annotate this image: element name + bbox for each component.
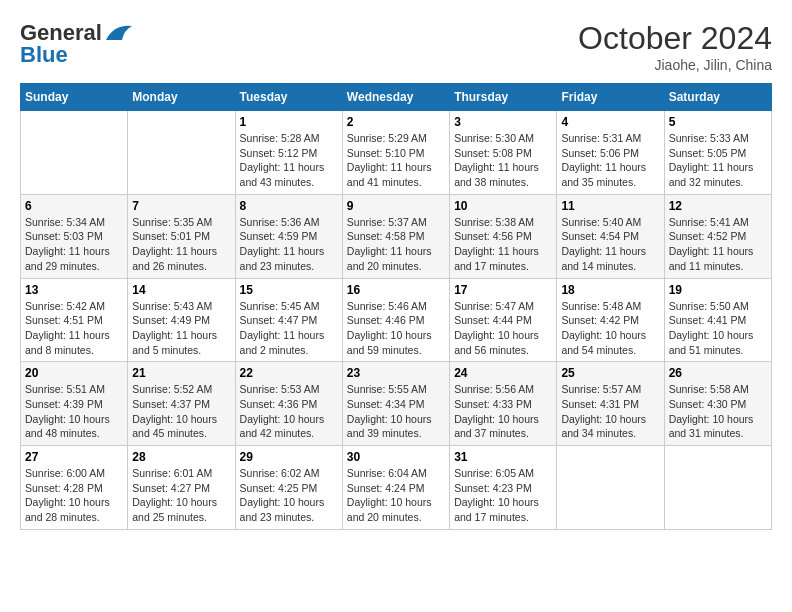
calendar-cell: 9Sunrise: 5:37 AM Sunset: 4:58 PM Daylig…: [342, 194, 449, 278]
calendar-cell: 25Sunrise: 5:57 AM Sunset: 4:31 PM Dayli…: [557, 362, 664, 446]
day-number: 23: [347, 366, 445, 380]
calendar-cell: 20Sunrise: 5:51 AM Sunset: 4:39 PM Dayli…: [21, 362, 128, 446]
day-number: 21: [132, 366, 230, 380]
calendar-cell: 23Sunrise: 5:55 AM Sunset: 4:34 PM Dayli…: [342, 362, 449, 446]
calendar-cell: 22Sunrise: 5:53 AM Sunset: 4:36 PM Dayli…: [235, 362, 342, 446]
calendar-cell: 14Sunrise: 5:43 AM Sunset: 4:49 PM Dayli…: [128, 278, 235, 362]
calendar-week-2: 6Sunrise: 5:34 AM Sunset: 5:03 PM Daylig…: [21, 194, 772, 278]
day-number: 27: [25, 450, 123, 464]
day-info: Sunrise: 5:50 AM Sunset: 4:41 PM Dayligh…: [669, 299, 767, 358]
calendar-week-1: 1Sunrise: 5:28 AM Sunset: 5:12 PM Daylig…: [21, 111, 772, 195]
day-number: 16: [347, 283, 445, 297]
day-info: Sunrise: 5:37 AM Sunset: 4:58 PM Dayligh…: [347, 215, 445, 274]
calendar-cell: 18Sunrise: 5:48 AM Sunset: 4:42 PM Dayli…: [557, 278, 664, 362]
day-number: 28: [132, 450, 230, 464]
day-number: 17: [454, 283, 552, 297]
day-number: 9: [347, 199, 445, 213]
day-number: 8: [240, 199, 338, 213]
calendar-cell: 11Sunrise: 5:40 AM Sunset: 4:54 PM Dayli…: [557, 194, 664, 278]
day-number: 22: [240, 366, 338, 380]
day-number: 10: [454, 199, 552, 213]
day-number: 29: [240, 450, 338, 464]
day-number: 26: [669, 366, 767, 380]
day-info: Sunrise: 5:41 AM Sunset: 4:52 PM Dayligh…: [669, 215, 767, 274]
calendar-cell: 29Sunrise: 6:02 AM Sunset: 4:25 PM Dayli…: [235, 446, 342, 530]
calendar-cell: [128, 111, 235, 195]
day-number: 14: [132, 283, 230, 297]
day-number: 1: [240, 115, 338, 129]
weekday-header-row: SundayMondayTuesdayWednesdayThursdayFrid…: [21, 84, 772, 111]
calendar-cell: 28Sunrise: 6:01 AM Sunset: 4:27 PM Dayli…: [128, 446, 235, 530]
calendar-cell: 19Sunrise: 5:50 AM Sunset: 4:41 PM Dayli…: [664, 278, 771, 362]
day-info: Sunrise: 5:42 AM Sunset: 4:51 PM Dayligh…: [25, 299, 123, 358]
calendar-cell: 7Sunrise: 5:35 AM Sunset: 5:01 PM Daylig…: [128, 194, 235, 278]
day-info: Sunrise: 5:53 AM Sunset: 4:36 PM Dayligh…: [240, 382, 338, 441]
day-info: Sunrise: 6:01 AM Sunset: 4:27 PM Dayligh…: [132, 466, 230, 525]
day-info: Sunrise: 5:28 AM Sunset: 5:12 PM Dayligh…: [240, 131, 338, 190]
day-info: Sunrise: 5:51 AM Sunset: 4:39 PM Dayligh…: [25, 382, 123, 441]
calendar-cell: 24Sunrise: 5:56 AM Sunset: 4:33 PM Dayli…: [450, 362, 557, 446]
calendar-cell: 30Sunrise: 6:04 AM Sunset: 4:24 PM Dayli…: [342, 446, 449, 530]
day-info: Sunrise: 5:48 AM Sunset: 4:42 PM Dayligh…: [561, 299, 659, 358]
calendar-cell: 13Sunrise: 5:42 AM Sunset: 4:51 PM Dayli…: [21, 278, 128, 362]
day-number: 25: [561, 366, 659, 380]
calendar-cell: [557, 446, 664, 530]
weekday-header-tuesday: Tuesday: [235, 84, 342, 111]
calendar-cell: 31Sunrise: 6:05 AM Sunset: 4:23 PM Dayli…: [450, 446, 557, 530]
day-number: 24: [454, 366, 552, 380]
day-info: Sunrise: 5:43 AM Sunset: 4:49 PM Dayligh…: [132, 299, 230, 358]
weekday-header-wednesday: Wednesday: [342, 84, 449, 111]
weekday-header-thursday: Thursday: [450, 84, 557, 111]
calendar-cell: 16Sunrise: 5:46 AM Sunset: 4:46 PM Dayli…: [342, 278, 449, 362]
day-number: 4: [561, 115, 659, 129]
day-info: Sunrise: 5:33 AM Sunset: 5:05 PM Dayligh…: [669, 131, 767, 190]
calendar-cell: 21Sunrise: 5:52 AM Sunset: 4:37 PM Dayli…: [128, 362, 235, 446]
weekday-header-sunday: Sunday: [21, 84, 128, 111]
day-info: Sunrise: 6:02 AM Sunset: 4:25 PM Dayligh…: [240, 466, 338, 525]
weekday-header-saturday: Saturday: [664, 84, 771, 111]
day-info: Sunrise: 5:36 AM Sunset: 4:59 PM Dayligh…: [240, 215, 338, 274]
day-info: Sunrise: 5:45 AM Sunset: 4:47 PM Dayligh…: [240, 299, 338, 358]
logo-wing-icon: [104, 22, 136, 44]
page-header: General Blue October 2024 Jiaohe, Jilin,…: [20, 20, 772, 73]
day-number: 2: [347, 115, 445, 129]
day-info: Sunrise: 5:35 AM Sunset: 5:01 PM Dayligh…: [132, 215, 230, 274]
day-info: Sunrise: 5:52 AM Sunset: 4:37 PM Dayligh…: [132, 382, 230, 441]
day-number: 6: [25, 199, 123, 213]
calendar-cell: 3Sunrise: 5:30 AM Sunset: 5:08 PM Daylig…: [450, 111, 557, 195]
weekday-header-friday: Friday: [557, 84, 664, 111]
day-info: Sunrise: 5:46 AM Sunset: 4:46 PM Dayligh…: [347, 299, 445, 358]
day-number: 18: [561, 283, 659, 297]
calendar-cell: [21, 111, 128, 195]
day-number: 30: [347, 450, 445, 464]
logo: General Blue: [20, 20, 136, 68]
calendar-cell: 4Sunrise: 5:31 AM Sunset: 5:06 PM Daylig…: [557, 111, 664, 195]
day-info: Sunrise: 5:58 AM Sunset: 4:30 PM Dayligh…: [669, 382, 767, 441]
weekday-header-monday: Monday: [128, 84, 235, 111]
calendar-body: 1Sunrise: 5:28 AM Sunset: 5:12 PM Daylig…: [21, 111, 772, 530]
day-info: Sunrise: 5:29 AM Sunset: 5:10 PM Dayligh…: [347, 131, 445, 190]
calendar-week-5: 27Sunrise: 6:00 AM Sunset: 4:28 PM Dayli…: [21, 446, 772, 530]
calendar-cell: 8Sunrise: 5:36 AM Sunset: 4:59 PM Daylig…: [235, 194, 342, 278]
day-info: Sunrise: 6:05 AM Sunset: 4:23 PM Dayligh…: [454, 466, 552, 525]
location: Jiaohe, Jilin, China: [578, 57, 772, 73]
calendar-cell: 12Sunrise: 5:41 AM Sunset: 4:52 PM Dayli…: [664, 194, 771, 278]
calendar-cell: 5Sunrise: 5:33 AM Sunset: 5:05 PM Daylig…: [664, 111, 771, 195]
calendar-cell: 27Sunrise: 6:00 AM Sunset: 4:28 PM Dayli…: [21, 446, 128, 530]
calendar-cell: 15Sunrise: 5:45 AM Sunset: 4:47 PM Dayli…: [235, 278, 342, 362]
day-number: 31: [454, 450, 552, 464]
calendar-week-4: 20Sunrise: 5:51 AM Sunset: 4:39 PM Dayli…: [21, 362, 772, 446]
day-info: Sunrise: 5:56 AM Sunset: 4:33 PM Dayligh…: [454, 382, 552, 441]
calendar-week-3: 13Sunrise: 5:42 AM Sunset: 4:51 PM Dayli…: [21, 278, 772, 362]
day-info: Sunrise: 5:31 AM Sunset: 5:06 PM Dayligh…: [561, 131, 659, 190]
day-info: Sunrise: 5:40 AM Sunset: 4:54 PM Dayligh…: [561, 215, 659, 274]
day-number: 13: [25, 283, 123, 297]
day-number: 15: [240, 283, 338, 297]
calendar-cell: 2Sunrise: 5:29 AM Sunset: 5:10 PM Daylig…: [342, 111, 449, 195]
day-number: 20: [25, 366, 123, 380]
day-number: 11: [561, 199, 659, 213]
day-number: 12: [669, 199, 767, 213]
day-info: Sunrise: 5:57 AM Sunset: 4:31 PM Dayligh…: [561, 382, 659, 441]
calendar-cell: 1Sunrise: 5:28 AM Sunset: 5:12 PM Daylig…: [235, 111, 342, 195]
day-info: Sunrise: 5:30 AM Sunset: 5:08 PM Dayligh…: [454, 131, 552, 190]
